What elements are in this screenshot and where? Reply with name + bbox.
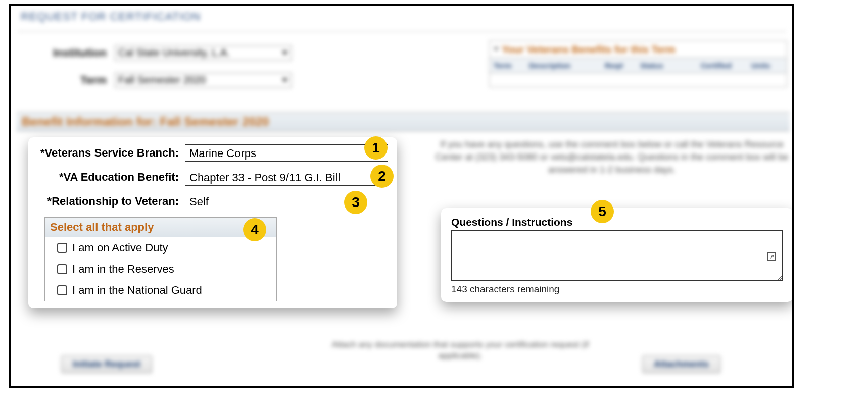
term-label: Term bbox=[16, 74, 107, 87]
checkbox-icon[interactable] bbox=[57, 285, 67, 295]
divider bbox=[18, 31, 786, 32]
attachments-button[interactable]: Attachments bbox=[642, 355, 720, 373]
col-certified: Certified bbox=[697, 58, 747, 73]
col-units: Units bbox=[747, 58, 778, 73]
benefits-title[interactable]: Your Veterans Benefits for this Term bbox=[490, 41, 787, 58]
questions-label: Questions / Instructions bbox=[451, 216, 783, 228]
select-apply-title: Select all that apply bbox=[45, 218, 276, 237]
callout-badge-1: 1 bbox=[364, 136, 388, 160]
chevron-down-icon bbox=[282, 51, 288, 55]
initiate-request-button[interactable]: Initiate Request bbox=[61, 355, 152, 373]
checkbox-icon[interactable] bbox=[57, 264, 67, 274]
attach-text: Attach any documentation that supports y… bbox=[309, 339, 612, 362]
institution-select[interactable]: Cal State University, L.A. bbox=[115, 45, 292, 61]
benefit-label: *VA Education Benefit: bbox=[37, 171, 179, 184]
benefits-headers: Term Description Req# Status Certified U… bbox=[490, 58, 787, 73]
select-apply-panel: Select all that apply I am on Active Dut… bbox=[44, 217, 277, 301]
callout-badge-3: 3 bbox=[344, 191, 367, 214]
option-active-duty[interactable]: I am on Active Duty bbox=[45, 237, 276, 259]
callout-badge-4: 4 bbox=[243, 218, 266, 241]
branch-label: *Veterans Service Branch: bbox=[37, 146, 179, 160]
col-term: Term bbox=[490, 58, 525, 73]
option-label: I am in the National Guard bbox=[72, 284, 202, 297]
option-label: I am in the Reserves bbox=[72, 263, 174, 276]
col-req: Req# bbox=[601, 58, 636, 73]
app-window: REQUEST FOR CERTIFICATION Institution Ca… bbox=[9, 4, 794, 388]
characters-remaining: 143 characters remaining bbox=[451, 284, 783, 295]
col-status: Status bbox=[636, 58, 697, 73]
relationship-value: Self bbox=[189, 195, 209, 208]
benefit-input[interactable]: Chapter 33 - Post 9/11 G.I. Bill bbox=[185, 169, 388, 186]
callout-badge-2: 2 bbox=[370, 165, 394, 188]
institution-value: Cal State University, L.A. bbox=[118, 47, 230, 58]
option-label: I am on Active Duty bbox=[72, 241, 168, 254]
branch-value: Marine Corps bbox=[189, 147, 256, 160]
relationship-label: *Relationship to Veteran: bbox=[37, 195, 179, 208]
callout-badge-5: 5 bbox=[591, 200, 614, 223]
benefit-value: Chapter 33 - Post 9/11 G.I. Bill bbox=[189, 171, 340, 184]
term-value: Fall Semester 2020 bbox=[118, 74, 206, 85]
chevron-down-icon bbox=[282, 78, 288, 82]
questions-textarea[interactable] bbox=[451, 230, 783, 281]
section-title: Benefit Information for: Fall Semester 2… bbox=[17, 112, 790, 131]
benefits-table: Your Veterans Benefits for this Term Ter… bbox=[489, 40, 787, 87]
checkbox-icon[interactable] bbox=[57, 243, 67, 253]
option-reserves[interactable]: I am in the Reserves bbox=[45, 259, 276, 280]
col-description: Description bbox=[525, 58, 601, 73]
branch-input[interactable]: Marine Corps bbox=[185, 144, 388, 162]
help-text: If you have any questions, use the comme… bbox=[435, 138, 789, 177]
benefit-form-panel: *Veterans Service Branch: Marine Corps *… bbox=[28, 137, 397, 308]
relationship-input[interactable]: Self bbox=[185, 193, 357, 210]
page-title: REQUEST FOR CERTIFICATION bbox=[21, 10, 201, 23]
questions-panel: Questions / Instructions ↗ 143 character… bbox=[441, 208, 793, 302]
option-national-guard[interactable]: I am in the National Guard bbox=[45, 280, 276, 301]
term-select[interactable]: Fall Semester 2020 bbox=[115, 73, 292, 88]
institution-label: Institution bbox=[16, 46, 107, 60]
benefits-empty-row bbox=[490, 73, 787, 87]
popout-icon[interactable]: ↗ bbox=[767, 252, 776, 261]
